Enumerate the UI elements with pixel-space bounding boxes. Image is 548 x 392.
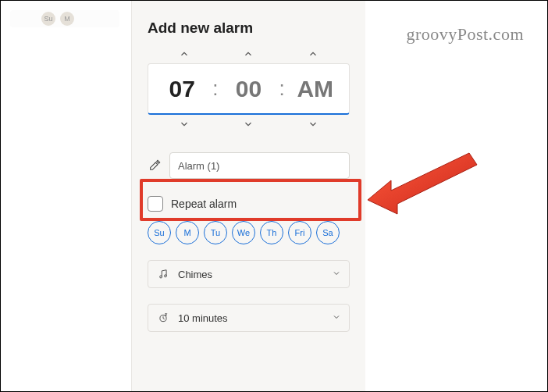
- svg-point-1: [164, 275, 166, 277]
- day-mo[interactable]: M: [176, 221, 199, 244]
- time-colon-2: :: [279, 77, 285, 101]
- annotation-arrow: [352, 141, 485, 227]
- time-colon-1: :: [212, 77, 218, 101]
- chevron-down-icon: [332, 267, 341, 281]
- day-tu[interactable]: Tu: [204, 221, 227, 244]
- annotation-highlight: [140, 179, 361, 221]
- edit-icon: [148, 159, 162, 173]
- alarm-name-row: [148, 152, 350, 179]
- snooze-dropdown[interactable]: 10 minutes: [148, 304, 350, 332]
- minute-value[interactable]: 00: [222, 76, 276, 102]
- svg-point-0: [160, 276, 162, 278]
- snooze-label: 10 minutes: [178, 312, 324, 324]
- ampm-up-button[interactable]: [304, 48, 322, 60]
- day-fr[interactable]: Fri: [288, 221, 311, 244]
- avatar-su: Su: [41, 12, 55, 26]
- day-su[interactable]: Su: [148, 221, 171, 244]
- time-picker[interactable]: 07 : 00 : AM: [148, 63, 350, 115]
- time-increment-row: [148, 46, 350, 62]
- watermark-text: groovyPost.com: [406, 24, 524, 45]
- music-note-icon: [156, 267, 170, 281]
- hour-up-button[interactable]: [175, 48, 194, 60]
- day-we[interactable]: We: [232, 221, 255, 244]
- ampm-value[interactable]: AM: [288, 76, 343, 102]
- alarm-name-input[interactable]: [169, 152, 350, 179]
- sound-label: Chimes: [178, 269, 324, 280]
- hour-down-button[interactable]: [175, 118, 194, 130]
- panel-title: Add new alarm: [148, 20, 350, 37]
- background-tab-strip: Su M: [10, 10, 119, 27]
- days-row: Su M Tu We Th Fri Sa: [148, 221, 350, 244]
- avatar-m: M: [60, 12, 74, 26]
- snooze-icon: [156, 311, 170, 325]
- sound-dropdown[interactable]: Chimes: [148, 260, 350, 288]
- minute-down-button[interactable]: [239, 118, 258, 130]
- hour-value[interactable]: 07: [155, 76, 209, 102]
- svg-marker-3: [368, 153, 477, 214]
- day-th[interactable]: Th: [260, 221, 283, 244]
- ampm-down-button[interactable]: [304, 118, 322, 130]
- day-sa[interactable]: Sa: [316, 221, 340, 244]
- time-decrement-row: [148, 116, 350, 132]
- minute-up-button[interactable]: [239, 48, 258, 60]
- chevron-down-icon: [332, 311, 341, 325]
